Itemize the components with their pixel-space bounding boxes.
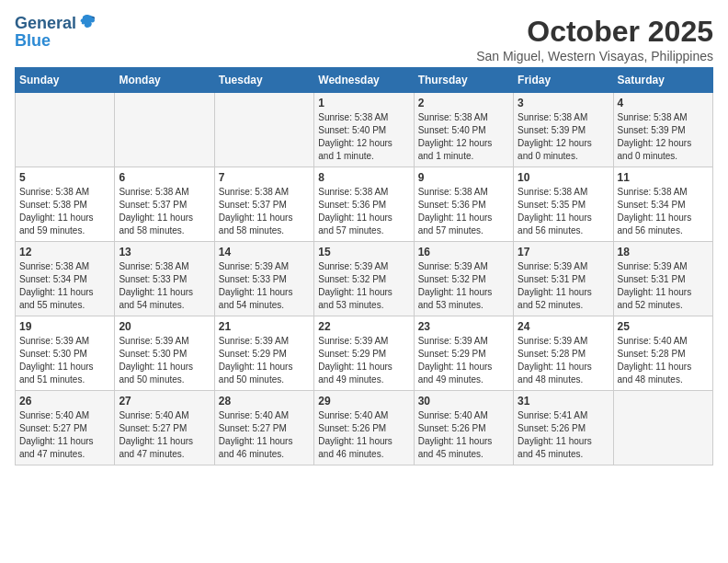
table-row: 22Sunrise: 5:39 AM Sunset: 5:29 PM Dayli…	[314, 316, 414, 391]
header-monday: Monday	[115, 68, 214, 93]
table-row: 18Sunrise: 5:39 AM Sunset: 5:31 PM Dayli…	[613, 242, 712, 316]
day-info: Sunrise: 5:38 AM Sunset: 5:36 PM Dayligh…	[318, 186, 409, 237]
day-number: 25	[618, 320, 709, 333]
day-number: 4	[618, 97, 709, 109]
day-info: Sunrise: 5:38 AM Sunset: 5:40 PM Dayligh…	[418, 111, 509, 163]
table-row: 2Sunrise: 5:38 AM Sunset: 5:40 PM Daylig…	[414, 93, 513, 167]
table-row: 20Sunrise: 5:39 AM Sunset: 5:30 PM Dayli…	[115, 316, 214, 391]
day-number: 3	[518, 97, 609, 109]
day-info: Sunrise: 5:39 AM Sunset: 5:29 PM Dayligh…	[219, 335, 310, 386]
day-info: Sunrise: 5:39 AM Sunset: 5:32 PM Dayligh…	[418, 260, 509, 312]
day-number: 16	[418, 246, 509, 259]
day-number: 21	[219, 320, 310, 333]
day-info: Sunrise: 5:39 AM Sunset: 5:33 PM Dayligh…	[219, 260, 310, 312]
table-row: 4Sunrise: 5:38 AM Sunset: 5:39 PM Daylig…	[613, 93, 712, 167]
logo: General Blue	[15, 15, 97, 51]
table-row: 6Sunrise: 5:38 AM Sunset: 5:37 PM Daylig…	[115, 167, 214, 242]
header-tuesday: Tuesday	[214, 68, 313, 93]
day-info: Sunrise: 5:40 AM Sunset: 5:26 PM Dayligh…	[418, 409, 509, 461]
table-row: 1Sunrise: 5:38 AM Sunset: 5:40 PM Daylig…	[314, 93, 414, 167]
day-number: 5	[19, 171, 110, 184]
table-row: 27Sunrise: 5:40 AM Sunset: 5:27 PM Dayli…	[115, 391, 214, 465]
table-row: 28Sunrise: 5:40 AM Sunset: 5:27 PM Dayli…	[214, 391, 313, 465]
calendar-week-row: 1Sunrise: 5:38 AM Sunset: 5:40 PM Daylig…	[16, 93, 713, 167]
calendar-week-row: 12Sunrise: 5:38 AM Sunset: 5:34 PM Dayli…	[16, 242, 713, 316]
table-row: 13Sunrise: 5:38 AM Sunset: 5:33 PM Dayli…	[115, 242, 214, 316]
logo-bird-icon	[78, 13, 97, 31]
day-info: Sunrise: 5:39 AM Sunset: 5:29 PM Dayligh…	[418, 335, 509, 386]
table-row: 11Sunrise: 5:38 AM Sunset: 5:34 PM Dayli…	[613, 167, 712, 242]
day-number: 22	[318, 320, 409, 333]
table-row: 16Sunrise: 5:39 AM Sunset: 5:32 PM Dayli…	[414, 242, 513, 316]
day-info: Sunrise: 5:40 AM Sunset: 5:27 PM Dayligh…	[119, 409, 210, 461]
logo-blue: Blue	[15, 31, 51, 51]
day-info: Sunrise: 5:39 AM Sunset: 5:30 PM Dayligh…	[19, 335, 110, 386]
day-number: 30	[418, 395, 509, 408]
header-friday: Friday	[514, 68, 613, 93]
day-number: 7	[219, 171, 310, 184]
day-number: 27	[119, 395, 210, 408]
day-info: Sunrise: 5:39 AM Sunset: 5:28 PM Dayligh…	[518, 335, 609, 386]
header-thursday: Thursday	[414, 68, 513, 93]
table-row: 5Sunrise: 5:38 AM Sunset: 5:38 PM Daylig…	[16, 167, 115, 242]
day-info: Sunrise: 5:38 AM Sunset: 5:34 PM Dayligh…	[19, 260, 110, 312]
header-saturday: Saturday	[613, 68, 712, 93]
day-info: Sunrise: 5:38 AM Sunset: 5:36 PM Dayligh…	[418, 186, 509, 237]
table-row: 8Sunrise: 5:38 AM Sunset: 5:36 PM Daylig…	[314, 167, 414, 242]
table-row: 10Sunrise: 5:38 AM Sunset: 5:35 PM Dayli…	[514, 167, 613, 242]
table-row: 17Sunrise: 5:39 AM Sunset: 5:31 PM Dayli…	[514, 242, 613, 316]
day-number: 6	[119, 171, 210, 184]
header-wednesday: Wednesday	[314, 68, 414, 93]
day-number: 26	[19, 395, 110, 408]
table-row: 21Sunrise: 5:39 AM Sunset: 5:29 PM Dayli…	[214, 316, 313, 391]
table-row: 30Sunrise: 5:40 AM Sunset: 5:26 PM Dayli…	[414, 391, 513, 465]
day-info: Sunrise: 5:39 AM Sunset: 5:31 PM Dayligh…	[618, 260, 709, 312]
day-info: Sunrise: 5:38 AM Sunset: 5:33 PM Dayligh…	[119, 260, 210, 312]
table-row: 7Sunrise: 5:38 AM Sunset: 5:37 PM Daylig…	[214, 167, 313, 242]
table-row: 25Sunrise: 5:40 AM Sunset: 5:28 PM Dayli…	[613, 316, 712, 391]
day-number: 11	[618, 171, 709, 184]
day-info: Sunrise: 5:38 AM Sunset: 5:35 PM Dayligh…	[518, 186, 609, 237]
location-title: San Miguel, Western Visayas, Philippines	[476, 49, 713, 63]
day-number: 13	[119, 246, 210, 259]
table-row: 12Sunrise: 5:38 AM Sunset: 5:34 PM Dayli…	[16, 242, 115, 316]
day-number: 19	[19, 320, 110, 333]
day-number: 9	[418, 171, 509, 184]
table-row: 14Sunrise: 5:39 AM Sunset: 5:33 PM Dayli…	[214, 242, 313, 316]
day-number: 28	[219, 395, 310, 408]
day-number: 24	[518, 320, 609, 333]
top-section: General Blue October 2025 San Miguel, We…	[15, 15, 713, 63]
day-info: Sunrise: 5:39 AM Sunset: 5:29 PM Dayligh…	[318, 335, 409, 386]
day-number: 29	[318, 395, 409, 408]
table-row: 3Sunrise: 5:38 AM Sunset: 5:39 PM Daylig…	[514, 93, 613, 167]
table-row: 31Sunrise: 5:41 AM Sunset: 5:26 PM Dayli…	[514, 391, 613, 465]
day-info: Sunrise: 5:40 AM Sunset: 5:26 PM Dayligh…	[318, 409, 409, 461]
day-info: Sunrise: 5:40 AM Sunset: 5:28 PM Dayligh…	[618, 335, 709, 386]
weekday-header-row: Sunday Monday Tuesday Wednesday Thursday…	[16, 68, 713, 93]
month-title: October 2025	[476, 15, 713, 49]
day-info: Sunrise: 5:38 AM Sunset: 5:38 PM Dayligh…	[19, 186, 110, 237]
table-row	[214, 93, 313, 167]
day-number: 17	[518, 246, 609, 259]
table-row	[613, 391, 712, 465]
table-row: 26Sunrise: 5:40 AM Sunset: 5:27 PM Dayli…	[16, 391, 115, 465]
day-number: 12	[19, 246, 110, 259]
calendar-table: Sunday Monday Tuesday Wednesday Thursday…	[15, 67, 713, 465]
calendar-week-row: 26Sunrise: 5:40 AM Sunset: 5:27 PM Dayli…	[16, 391, 713, 465]
day-info: Sunrise: 5:38 AM Sunset: 5:37 PM Dayligh…	[119, 186, 210, 237]
day-info: Sunrise: 5:39 AM Sunset: 5:31 PM Dayligh…	[518, 260, 609, 312]
day-info: Sunrise: 5:41 AM Sunset: 5:26 PM Dayligh…	[518, 409, 609, 461]
day-info: Sunrise: 5:40 AM Sunset: 5:27 PM Dayligh…	[19, 409, 110, 461]
table-row: 24Sunrise: 5:39 AM Sunset: 5:28 PM Dayli…	[514, 316, 613, 391]
header-sunday: Sunday	[16, 68, 115, 93]
table-row: 23Sunrise: 5:39 AM Sunset: 5:29 PM Dayli…	[414, 316, 513, 391]
day-number: 20	[119, 320, 210, 333]
day-info: Sunrise: 5:38 AM Sunset: 5:39 PM Dayligh…	[618, 111, 709, 163]
title-section: October 2025 San Miguel, Western Visayas…	[476, 15, 713, 63]
day-info: Sunrise: 5:38 AM Sunset: 5:40 PM Dayligh…	[318, 111, 409, 163]
day-number: 2	[418, 97, 509, 109]
day-number: 15	[318, 246, 409, 259]
table-row: 19Sunrise: 5:39 AM Sunset: 5:30 PM Dayli…	[16, 316, 115, 391]
day-number: 10	[518, 171, 609, 184]
day-number: 1	[318, 97, 409, 109]
